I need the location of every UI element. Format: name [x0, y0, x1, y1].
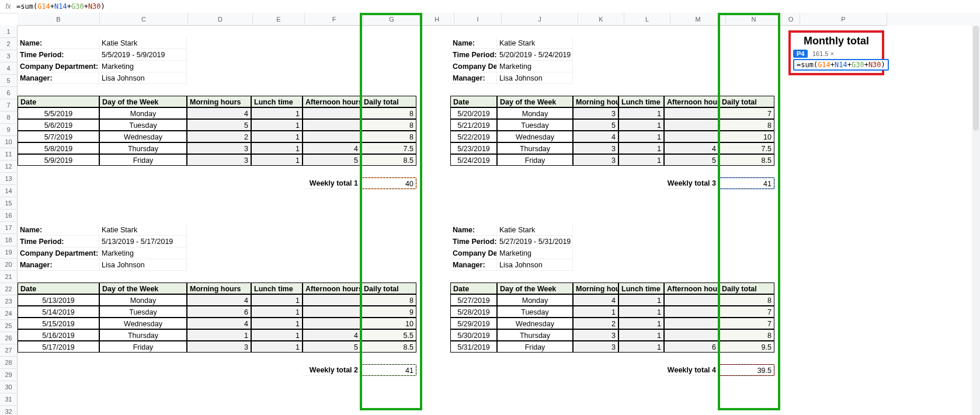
cell-morning[interactable]: 5 [187, 119, 251, 131]
value-period[interactable]: 5/20/2019 - 5/24/2019 [497, 49, 573, 61]
cell-afternoon[interactable] [303, 107, 361, 119]
value-manager[interactable]: Lisa Johnson [99, 72, 187, 84]
col-header-k[interactable]: K [578, 13, 624, 26]
row-header-29[interactable]: 29 [0, 369, 18, 381]
col-header-b[interactable]: B [18, 13, 100, 26]
cell-day[interactable]: Tuesday [497, 119, 573, 131]
cell-afternoon[interactable] [303, 318, 361, 329]
cell-daily-total[interactable]: 9 [361, 306, 416, 318]
col-header-cell[interactable]: Afternoon hours [303, 283, 361, 294]
col-header-i[interactable]: I [454, 13, 502, 26]
label-manager[interactable]: Manager: [18, 72, 99, 84]
col-header-l[interactable]: L [624, 13, 670, 26]
label-period[interactable]: Time Period: [450, 236, 497, 247]
col-header-g[interactable]: G [364, 13, 420, 26]
cell-afternoon[interactable]: 5 [664, 154, 719, 166]
cell-afternoon[interactable]: 4 [303, 142, 361, 154]
cell-afternoon[interactable] [664, 318, 719, 329]
cell-daily-total[interactable]: 8 [719, 294, 774, 306]
cell-day[interactable]: Wednesday [99, 318, 187, 329]
label-manager[interactable]: Manager: [18, 259, 99, 271]
cell-daily-total[interactable]: 7 [719, 318, 774, 329]
cell-date[interactable]: 5/23/2019 [450, 142, 497, 154]
cell-day[interactable]: Tuesday [99, 119, 187, 131]
cell-morning[interactable]: 4 [573, 131, 618, 142]
cell-date[interactable]: 5/31/2019 [450, 341, 497, 353]
value-department[interactable]: Marketing [497, 61, 573, 72]
value-department[interactable]: Marketing [497, 247, 573, 259]
value-manager[interactable]: Lisa Johnson [497, 72, 573, 84]
cell-afternoon[interactable] [664, 131, 719, 142]
row-header-23[interactable]: 23 [0, 295, 18, 308]
formula-bar-content[interactable]: =sum(G14+N14+G30+N30) [16, 2, 105, 11]
col-header-n[interactable]: N [726, 13, 782, 26]
cell-daily-total[interactable]: 7 [719, 306, 774, 318]
cell-day[interactable]: Friday [497, 341, 573, 353]
col-header-cell[interactable]: Lunch time [251, 283, 303, 294]
cell-day[interactable]: Monday [497, 294, 573, 306]
col-header-c[interactable]: C [100, 13, 188, 26]
cell-day[interactable]: Thursday [497, 142, 573, 154]
cell-date[interactable]: 5/27/2019 [450, 294, 497, 306]
cell-daily-total[interactable]: 10 [361, 318, 416, 329]
row-header-19[interactable]: 19 [0, 246, 18, 259]
cell-lunch[interactable]: 1 [251, 341, 303, 353]
col-header-cell[interactable]: Date [18, 96, 99, 107]
value-name[interactable]: Katie Stark [99, 224, 187, 236]
label-name[interactable]: Name: [18, 224, 99, 236]
cell-date[interactable]: 5/14/2019 [18, 306, 99, 318]
row-header-21[interactable]: 21 [0, 271, 18, 283]
cell-lunch[interactable]: 1 [618, 341, 664, 353]
cell-daily-total[interactable]: 8 [719, 119, 774, 131]
cell-afternoon[interactable]: 4 [664, 142, 719, 154]
label-name[interactable]: Name: [450, 224, 497, 236]
cell-morning[interactable]: 3 [573, 341, 618, 353]
cell-lunch[interactable]: 1 [618, 131, 664, 142]
row-header-5[interactable]: 5 [0, 75, 18, 87]
cell-afternoon[interactable] [664, 329, 719, 341]
value-period[interactable]: 5/5/2019 - 5/9/2019 [99, 49, 187, 61]
value-period[interactable]: 5/13/2019 - 5/17/2019 [99, 236, 187, 247]
row-header-12[interactable]: 12 [0, 161, 18, 173]
value-weekly-total[interactable]: 41 [719, 177, 774, 189]
col-header-d[interactable]: D [188, 13, 253, 26]
col-header-cell[interactable]: Day of the Week [99, 96, 187, 107]
label-department[interactable]: Company Department: [18, 247, 99, 259]
col-header-cell[interactable]: Day of the Week [99, 283, 187, 294]
row-header-15[interactable]: 15 [0, 197, 18, 210]
label-period[interactable]: Time Period: [450, 49, 497, 61]
cell-day[interactable]: Thursday [497, 329, 573, 341]
cell-morning[interactable]: 4 [187, 107, 251, 119]
row-header-9[interactable]: 9 [0, 124, 18, 136]
cell-lunch[interactable]: 1 [618, 306, 664, 318]
value-period[interactable]: 5/27/2019 - 5/31/2019 [497, 236, 573, 247]
col-header-cell[interactable]: Morning hou [573, 96, 618, 107]
cell-afternoon[interactable]: 4 [303, 329, 361, 341]
col-header-f[interactable]: F [305, 13, 364, 26]
cell-lunch[interactable]: 1 [618, 294, 664, 306]
col-header-o[interactable]: O [782, 13, 800, 26]
cell-morning[interactable]: 4 [573, 294, 618, 306]
col-header-cell[interactable]: Daily total [361, 96, 416, 107]
cell-lunch[interactable]: 1 [251, 119, 303, 131]
row-header-27[interactable]: 27 [0, 344, 18, 357]
cell-daily-total[interactable]: 8 [361, 119, 416, 131]
cell-morning[interactable]: 5 [573, 119, 618, 131]
cell-day[interactable]: Friday [99, 341, 187, 353]
cell-day[interactable]: Monday [99, 294, 187, 306]
cell-morning[interactable]: 6 [187, 306, 251, 318]
cell-date[interactable]: 5/13/2019 [18, 294, 99, 306]
cell-afternoon[interactable] [664, 107, 719, 119]
label-name[interactable]: Name: [18, 37, 99, 49]
cell-morning[interactable]: 3 [573, 329, 618, 341]
col-header-cell[interactable]: Date [450, 96, 497, 107]
col-header-cell[interactable]: Morning hours [187, 283, 251, 294]
cell-daily-total[interactable]: 7.5 [719, 142, 774, 154]
cell-day[interactable]: Friday [497, 154, 573, 166]
cell-morning[interactable]: 3 [573, 154, 618, 166]
row-header-8[interactable]: 8 [0, 111, 18, 124]
cell-day[interactable]: Thursday [99, 142, 187, 154]
formula-bar[interactable]: fx =sum(G14+N14+G30+N30) [0, 0, 980, 13]
cell-daily-total[interactable]: 8.5 [361, 154, 416, 166]
col-header-cell[interactable]: Lunch time [618, 96, 664, 107]
